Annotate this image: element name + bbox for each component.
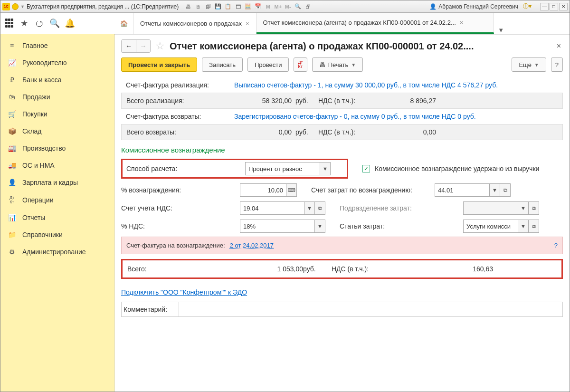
- forward-button[interactable]: →: [136, 40, 150, 52]
- button-label: Провести и закрыть: [128, 61, 190, 68]
- calc-icon[interactable]: ⌨: [286, 184, 296, 196]
- value: 58 320,00: [235, 97, 292, 105]
- post-close-button[interactable]: Провести и закрыть: [121, 57, 197, 72]
- cart-icon: 🛒: [7, 110, 17, 118]
- boxes-icon: 📦: [7, 127, 17, 135]
- history-icon[interactable]: ⭯: [34, 19, 45, 29]
- chevron-down-icon[interactable]: ▼: [314, 220, 325, 232]
- chevron-down-icon[interactable]: ▼: [518, 202, 528, 214]
- compare-icon[interactable]: 🗔: [234, 3, 242, 10]
- print-icon[interactable]: 🖶: [184, 3, 192, 10]
- tab-close-icon[interactable]: ×: [460, 19, 464, 26]
- sidebar-item-operations[interactable]: Дт КтОперации: [0, 191, 114, 209]
- calc-method-select[interactable]: Процент от разнос ▼: [245, 162, 331, 175]
- tab-reports-list[interactable]: Отчеты комиссионеров о продажах ×: [133, 13, 256, 34]
- chevron-down-icon[interactable]: ▼: [304, 202, 314, 214]
- user-label[interactable]: 👤 Абрамов Геннадий Сергеевич: [429, 3, 518, 10]
- vat-account-select[interactable]: 19.04 ▼ ⧉: [240, 201, 325, 215]
- tab-report-document[interactable]: Отчет комиссионера (агента) о продажах К…: [256, 13, 494, 34]
- save-icon[interactable]: 💾: [214, 3, 222, 10]
- sidebar-item-label: Справочники: [22, 231, 63, 239]
- withheld-checkbox[interactable]: ✓: [362, 165, 370, 172]
- minimize-button[interactable]: —: [540, 3, 549, 10]
- person-icon: 👤: [7, 179, 17, 186]
- label: Счет-фактура на вознаграждение:: [126, 242, 225, 249]
- menu-icon: ≡: [7, 42, 17, 49]
- label: % вознаграждения:: [121, 186, 235, 194]
- label: Счет-фактура реализация:: [126, 81, 230, 89]
- open-icon[interactable]: ⧉: [528, 202, 539, 214]
- sidebar-item-assets[interactable]: 🚚ОС и НМА: [0, 157, 114, 174]
- maximize-button[interactable]: □: [550, 3, 558, 10]
- post-button[interactable]: Провести: [247, 57, 289, 72]
- chevron-down-icon[interactable]: ▼: [518, 220, 528, 232]
- sidebar-item-label: Производство: [22, 144, 66, 152]
- apps-grid-icon[interactable]: [5, 19, 15, 28]
- tab-close-icon[interactable]: ×: [246, 20, 249, 27]
- print-button[interactable]: 🖶Печать▼: [312, 57, 363, 72]
- more-button[interactable]: Еще▼: [512, 57, 546, 72]
- help-button[interactable]: ?: [551, 57, 563, 72]
- label: Счет затрат по вознаграждению:: [311, 186, 430, 194]
- comment-input[interactable]: [179, 302, 562, 316]
- titlebar: 1C ▼ Бухгалтерия предприятия, редакция .…: [0, 0, 570, 13]
- pct-input[interactable]: 10,00 ⌨: [240, 183, 297, 197]
- app-menu-icon[interactable]: [12, 3, 19, 10]
- folder-icon: 📁: [7, 231, 17, 239]
- windows-icon[interactable]: 🗗: [304, 3, 312, 10]
- dtkt-icon: Дт Кт: [7, 196, 17, 204]
- cost-item-select[interactable]: Услуги комисси ▼ ⧉: [463, 220, 539, 233]
- sidebar-item-catalogs[interactable]: 📁Справочники: [0, 226, 114, 243]
- vat-pct-select[interactable]: 18% ▼: [240, 220, 325, 233]
- close-button[interactable]: ✕: [559, 3, 568, 10]
- dtkt-button[interactable]: Дт Кт: [294, 57, 307, 72]
- sidebar-item-sales[interactable]: 🛍Продажи: [0, 88, 114, 105]
- sidebar-item-purchases[interactable]: 🛒Покупки: [0, 105, 114, 123]
- sf-ret-link[interactable]: Зарегистрировано счетов-фактур - 0, на с…: [234, 113, 476, 120]
- favorite-icon[interactable]: ★: [19, 18, 30, 29]
- notifications-icon[interactable]: 🔔: [64, 18, 76, 29]
- label: НДС (в т.ч.):: [318, 128, 375, 136]
- chevron-down-icon[interactable]: ▼: [489, 184, 500, 196]
- sf-fee-link[interactable]: 2 от 24.02.2017: [230, 242, 274, 249]
- dropdown-icon[interactable]: ▼: [20, 4, 25, 9]
- preview-icon[interactable]: 🗎: [194, 3, 202, 10]
- sf-real-link[interactable]: Выписано счетов-фактур - 1, на сумму 30 …: [234, 81, 498, 89]
- cost-account-select[interactable]: 44.01 ▼ ⧉: [435, 183, 511, 197]
- search-icon[interactable]: 🔍: [49, 18, 60, 29]
- open-icon[interactable]: ⧉: [500, 184, 510, 196]
- sidebar-item-admin[interactable]: ⚙Администрирование: [0, 243, 114, 260]
- back-button[interactable]: ←: [122, 40, 136, 52]
- info-icon[interactable]: ⓘ▾: [523, 2, 532, 10]
- topbar: ★ ⭯ 🔍 🔔 🏠 Отчеты комиссионеров о продажа…: [0, 13, 570, 34]
- favorite-toggle[interactable]: ☆: [155, 40, 165, 52]
- save-button[interactable]: Записать: [202, 57, 243, 72]
- doc-close-button[interactable]: ×: [555, 40, 563, 52]
- button-label: Печать: [328, 61, 349, 68]
- tabs-dropdown[interactable]: ▼: [494, 27, 508, 34]
- chevron-down-icon[interactable]: ▼: [320, 163, 330, 175]
- calendar-icon[interactable]: 📅: [254, 3, 262, 10]
- value: 8 896,27: [379, 97, 436, 105]
- sidebar-item-warehouse[interactable]: 📦Склад: [0, 123, 114, 140]
- copy-icon[interactable]: 🗐: [204, 3, 212, 10]
- sidebar-item-production[interactable]: 🏭Производство: [0, 140, 114, 157]
- tab-label: Отчет комиссионера (агента) о продажах К…: [263, 19, 456, 26]
- m-label[interactable]: M: [264, 3, 272, 10]
- clipboard-icon[interactable]: 📋: [224, 3, 232, 10]
- m-plus-label[interactable]: M+: [274, 3, 282, 10]
- open-icon[interactable]: ⧉: [528, 220, 539, 232]
- calculator-icon[interactable]: 🧮: [244, 3, 252, 10]
- m-minus-label[interactable]: M-: [284, 3, 292, 10]
- sidebar-item-hr[interactable]: 👤Зарплата и кадры: [0, 174, 114, 191]
- home-tab[interactable]: 🏠: [114, 13, 133, 34]
- zoom-icon[interactable]: 🔍: [294, 3, 302, 10]
- sidebar-item-bank[interactable]: ₽Банк и касса: [0, 71, 114, 88]
- edo-link[interactable]: Подключить "ООО "Конфетпром"" к ЭДО: [121, 288, 563, 296]
- open-icon[interactable]: ⧉: [314, 202, 325, 214]
- department-select[interactable]: ▼ ⧉: [463, 201, 539, 215]
- sidebar-item-main[interactable]: ≡Главное: [0, 37, 114, 54]
- sidebar-item-reports[interactable]: 📊Отчеты: [0, 209, 114, 226]
- sidebar-item-manager[interactable]: 📈Руководителю: [0, 54, 114, 71]
- help-icon[interactable]: ?: [554, 242, 558, 249]
